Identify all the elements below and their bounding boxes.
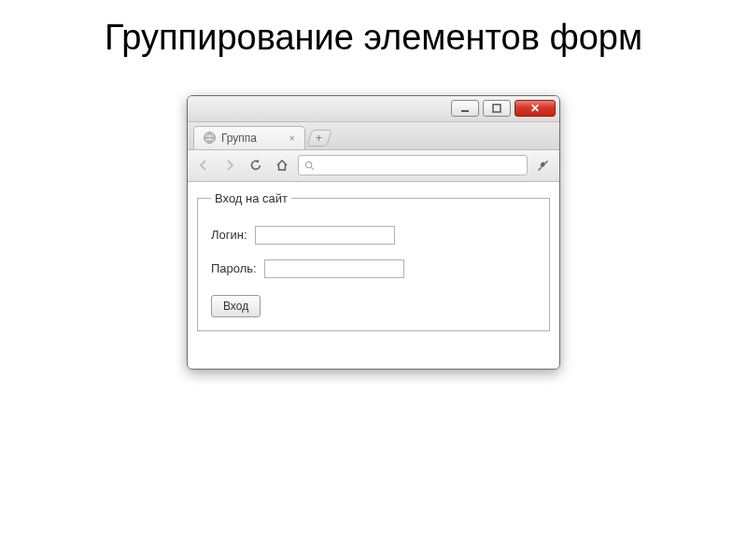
password-label: Пароль: [211,261,257,275]
login-fieldset: Вход на сайт Логин: Пароль: Вход [197,191,550,331]
login-label: Логин: [211,228,247,242]
back-button[interactable] [193,155,214,175]
back-icon [198,160,209,171]
plus-icon: + [316,132,322,145]
settings-button[interactable] [533,155,554,175]
tab-close-icon[interactable]: × [289,133,295,144]
svg-rect-1 [493,105,500,112]
home-icon [275,159,289,172]
address-bar[interactable] [298,155,528,175]
svg-line-6 [311,167,314,170]
page-content: Вход на сайт Логин: Пароль: Вход [188,182,559,369]
slide-title: Группирование элементов форм [0,0,747,69]
minimize-button[interactable] [451,100,479,117]
login-input[interactable] [255,226,395,245]
browser-window: ✕ Группа × + [187,95,560,370]
window-titlebar: ✕ [188,96,559,122]
browser-toolbar [188,150,559,182]
svg-point-5 [305,161,311,167]
search-icon [304,161,315,171]
tab-title: Группа [221,132,257,145]
globe-icon [204,132,216,144]
close-icon: ✕ [530,102,540,115]
tab-strip: Группа × + [188,122,559,150]
forward-button[interactable] [219,155,240,175]
browser-tab[interactable]: Группа × [193,126,305,149]
reload-button[interactable] [246,155,266,175]
home-button[interactable] [272,155,292,175]
password-input[interactable] [264,259,404,278]
minimize-icon [460,104,470,113]
close-button[interactable]: ✕ [514,100,556,117]
maximize-icon [492,104,501,113]
submit-button[interactable]: Вход [211,295,261,317]
wrench-icon [537,159,550,172]
login-row: Логин: [211,226,536,245]
fieldset-legend: Вход на сайт [211,191,291,205]
maximize-button[interactable] [483,100,511,117]
forward-icon [224,160,235,171]
password-row: Пароль: [211,259,536,278]
new-tab-button[interactable]: + [306,130,332,147]
reload-icon [249,159,262,172]
